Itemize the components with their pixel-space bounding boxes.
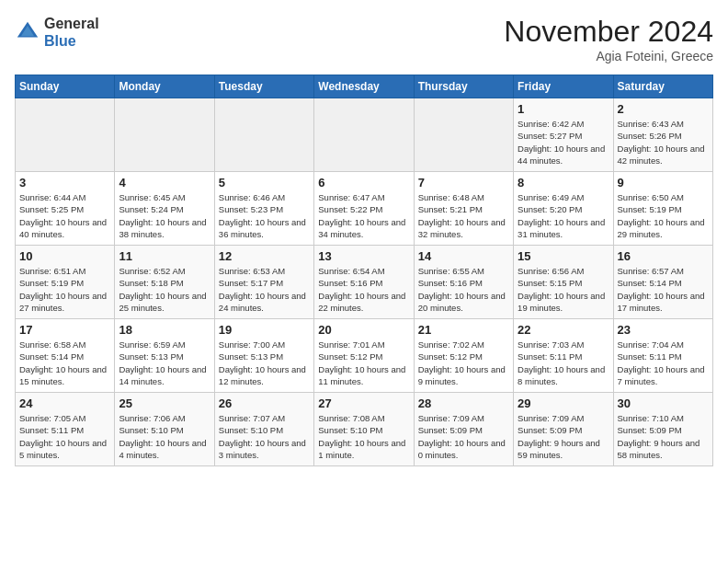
table-row <box>115 98 214 172</box>
table-row <box>414 98 513 172</box>
day-info: Sunrise: 7:00 AMSunset: 5:13 PMDaylight:… <box>219 339 310 387</box>
col-sunday: Sunday <box>16 75 115 98</box>
day-number: 16 <box>618 249 709 263</box>
day-number: 2 <box>618 102 709 116</box>
page-header: General Blue November 2024 Agia Foteini,… <box>15 15 713 63</box>
day-info: Sunrise: 6:47 AMSunset: 5:22 PMDaylight:… <box>318 191 409 240</box>
day-info: Sunrise: 7:07 AMSunset: 5:10 PMDaylight:… <box>219 412 310 461</box>
table-row: 15Sunrise: 6:56 AMSunset: 5:15 PMDayligh… <box>514 246 613 319</box>
day-info: Sunrise: 6:55 AMSunset: 5:16 PMDaylight:… <box>418 265 509 314</box>
day-number: 14 <box>418 249 509 263</box>
day-number: 12 <box>219 249 310 263</box>
day-number: 20 <box>318 323 409 337</box>
day-info: Sunrise: 7:04 AMSunset: 5:11 PMDaylight:… <box>618 339 709 387</box>
table-row: 26Sunrise: 7:07 AMSunset: 5:10 PMDayligh… <box>214 393 313 466</box>
day-number: 13 <box>318 249 409 263</box>
day-number: 4 <box>119 176 210 190</box>
day-info: Sunrise: 6:42 AMSunset: 5:27 PMDaylight:… <box>518 118 609 167</box>
day-number: 11 <box>119 249 210 263</box>
day-number: 19 <box>219 323 310 337</box>
day-info: Sunrise: 6:56 AMSunset: 5:15 PMDaylight:… <box>518 265 609 314</box>
logo-text: General Blue <box>44 15 99 50</box>
table-row: 19Sunrise: 7:00 AMSunset: 5:13 PMDayligh… <box>214 319 313 393</box>
day-number: 26 <box>219 396 310 410</box>
title-block: November 2024 Agia Foteini, Greece <box>504 15 713 63</box>
day-number: 15 <box>518 249 609 263</box>
table-row: 5Sunrise: 6:46 AMSunset: 5:23 PMDaylight… <box>214 172 313 246</box>
day-number: 7 <box>418 176 509 190</box>
calendar-week-4: 24Sunrise: 7:05 AMSunset: 5:11 PMDayligh… <box>16 393 713 466</box>
table-row: 11Sunrise: 6:52 AMSunset: 5:18 PMDayligh… <box>115 246 214 319</box>
day-info: Sunrise: 6:54 AMSunset: 5:16 PMDaylight:… <box>318 265 409 314</box>
day-info: Sunrise: 7:08 AMSunset: 5:10 PMDaylight:… <box>318 412 409 461</box>
logo: General Blue <box>15 15 99 50</box>
day-info: Sunrise: 7:06 AMSunset: 5:10 PMDaylight:… <box>119 412 210 461</box>
table-row <box>214 98 313 172</box>
day-info: Sunrise: 6:44 AMSunset: 5:25 PMDaylight:… <box>19 191 110 240</box>
table-row: 17Sunrise: 6:58 AMSunset: 5:14 PMDayligh… <box>16 319 115 393</box>
day-number: 5 <box>219 176 310 190</box>
table-row: 4Sunrise: 6:45 AMSunset: 5:24 PMDaylight… <box>115 172 214 246</box>
day-info: Sunrise: 6:53 AMSunset: 5:17 PMDaylight:… <box>219 265 310 314</box>
day-number: 28 <box>418 396 509 410</box>
header-row: Sunday Monday Tuesday Wednesday Thursday… <box>16 75 713 98</box>
table-row: 2Sunrise: 6:43 AMSunset: 5:26 PMDaylight… <box>613 98 712 172</box>
table-row: 8Sunrise: 6:49 AMSunset: 5:20 PMDaylight… <box>514 172 613 246</box>
day-info: Sunrise: 6:59 AMSunset: 5:13 PMDaylight:… <box>119 339 210 387</box>
table-row: 13Sunrise: 6:54 AMSunset: 5:16 PMDayligh… <box>314 246 414 319</box>
table-row: 24Sunrise: 7:05 AMSunset: 5:11 PMDayligh… <box>16 393 115 466</box>
col-tuesday: Tuesday <box>214 75 313 98</box>
day-number: 8 <box>518 176 609 190</box>
day-number: 6 <box>318 176 409 190</box>
calendar-week-3: 17Sunrise: 6:58 AMSunset: 5:14 PMDayligh… <box>16 319 713 393</box>
logo-icon <box>15 19 40 45</box>
day-info: Sunrise: 7:10 AMSunset: 5:09 PMDaylight:… <box>618 412 709 461</box>
table-row <box>16 98 115 172</box>
table-row: 10Sunrise: 6:51 AMSunset: 5:19 PMDayligh… <box>16 246 115 319</box>
day-info: Sunrise: 7:09 AMSunset: 5:09 PMDaylight:… <box>418 412 509 461</box>
table-row: 14Sunrise: 6:55 AMSunset: 5:16 PMDayligh… <box>414 246 513 319</box>
day-number: 3 <box>19 176 110 190</box>
day-number: 9 <box>618 176 709 190</box>
day-number: 29 <box>518 396 609 410</box>
table-row: 28Sunrise: 7:09 AMSunset: 5:09 PMDayligh… <box>414 393 513 466</box>
day-number: 30 <box>618 396 709 410</box>
calendar-week-1: 3Sunrise: 6:44 AMSunset: 5:25 PMDaylight… <box>16 172 713 246</box>
col-thursday: Thursday <box>414 75 513 98</box>
location: Agia Foteini, Greece <box>504 49 713 63</box>
table-row: 18Sunrise: 6:59 AMSunset: 5:13 PMDayligh… <box>115 319 214 393</box>
table-row: 7Sunrise: 6:48 AMSunset: 5:21 PMDaylight… <box>414 172 513 246</box>
day-info: Sunrise: 6:45 AMSunset: 5:24 PMDaylight:… <box>119 191 210 240</box>
month-title: November 2024 <box>504 15 713 49</box>
table-row: 22Sunrise: 7:03 AMSunset: 5:11 PMDayligh… <box>514 319 613 393</box>
col-monday: Monday <box>115 75 214 98</box>
day-info: Sunrise: 6:46 AMSunset: 5:23 PMDaylight:… <box>219 191 310 240</box>
day-number: 17 <box>19 323 110 337</box>
calendar-header: Sunday Monday Tuesday Wednesday Thursday… <box>16 75 713 98</box>
table-row: 27Sunrise: 7:08 AMSunset: 5:10 PMDayligh… <box>314 393 414 466</box>
day-info: Sunrise: 7:03 AMSunset: 5:11 PMDaylight:… <box>518 339 609 387</box>
calendar-week-0: 1Sunrise: 6:42 AMSunset: 5:27 PMDaylight… <box>16 98 713 172</box>
day-info: Sunrise: 6:49 AMSunset: 5:20 PMDaylight:… <box>518 191 609 240</box>
day-info: Sunrise: 6:50 AMSunset: 5:19 PMDaylight:… <box>618 191 709 240</box>
day-number: 24 <box>19 396 110 410</box>
table-row: 6Sunrise: 6:47 AMSunset: 5:22 PMDaylight… <box>314 172 414 246</box>
day-info: Sunrise: 6:52 AMSunset: 5:18 PMDaylight:… <box>119 265 210 314</box>
day-info: Sunrise: 6:48 AMSunset: 5:21 PMDaylight:… <box>418 191 509 240</box>
calendar-table: Sunday Monday Tuesday Wednesday Thursday… <box>15 75 713 466</box>
day-info: Sunrise: 7:05 AMSunset: 5:11 PMDaylight:… <box>19 412 110 461</box>
day-info: Sunrise: 6:58 AMSunset: 5:14 PMDaylight:… <box>19 339 110 387</box>
table-row: 20Sunrise: 7:01 AMSunset: 5:12 PMDayligh… <box>314 319 414 393</box>
day-number: 21 <box>418 323 509 337</box>
day-info: Sunrise: 7:01 AMSunset: 5:12 PMDaylight:… <box>318 339 409 387</box>
day-info: Sunrise: 6:51 AMSunset: 5:19 PMDaylight:… <box>19 265 110 314</box>
table-row: 21Sunrise: 7:02 AMSunset: 5:12 PMDayligh… <box>414 319 513 393</box>
day-number: 1 <box>518 102 609 116</box>
day-number: 25 <box>119 396 210 410</box>
day-number: 18 <box>119 323 210 337</box>
day-number: 22 <box>518 323 609 337</box>
calendar-week-2: 10Sunrise: 6:51 AMSunset: 5:19 PMDayligh… <box>16 246 713 319</box>
day-info: Sunrise: 6:43 AMSunset: 5:26 PMDaylight:… <box>618 118 709 167</box>
col-friday: Friday <box>514 75 613 98</box>
day-number: 27 <box>318 396 409 410</box>
